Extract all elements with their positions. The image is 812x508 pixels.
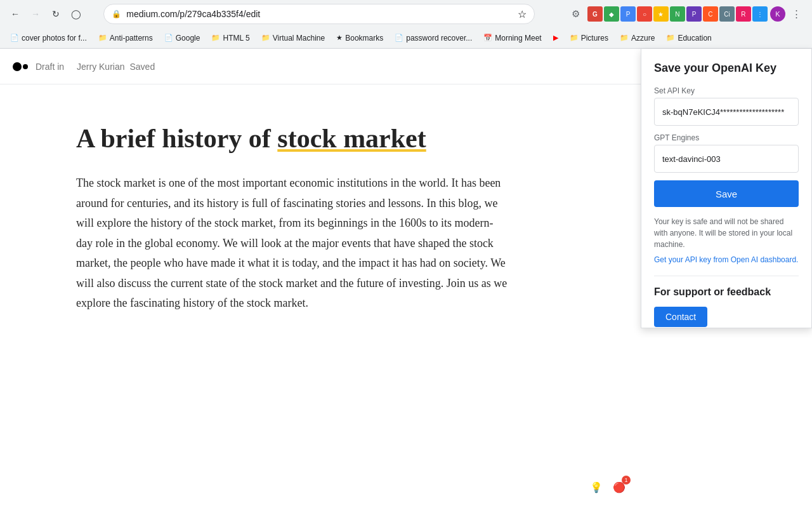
bookmark-google[interactable]: 📄 Google [159, 32, 206, 44]
menu-button[interactable]: ⋮ [788, 5, 806, 23]
bookmark-bookmarks[interactable]: ★ Bookmarks [331, 32, 388, 44]
ext-icon-3[interactable]: P [620, 6, 636, 22]
bookmark-star-icon[interactable]: ☆ [518, 8, 527, 20]
forward-button[interactable]: → [27, 5, 44, 23]
folder-icon-2: 📁 [211, 34, 220, 42]
reload-button[interactable]: ↻ [47, 5, 65, 23]
page-icon: 📄 [10, 34, 19, 42]
title-part1: A brief history of [76, 124, 277, 153]
folder-icon-4: 📁 [570, 34, 579, 42]
bookmarks-bar: 📄 cover photos for f... 📁 Anti-patterns … [0, 28, 812, 48]
browser-chrome: ← → ↻ ◯ 🔒 medium.com/p/279ca4b335f4/edit… [0, 0, 812, 49]
gpt-engines-group: GPT Engines [654, 133, 799, 173]
bottom-icon-2[interactable]: 🔴 1 [610, 478, 628, 496]
bookmark-azzure[interactable]: 📁 Azzure [615, 32, 660, 44]
api-key-input[interactable] [654, 98, 799, 126]
openai-key-popup: Save your OpenAI Key Set API Key GPT Eng… [641, 49, 812, 328]
browser-toolbar: ← → ↻ ◯ 🔒 medium.com/p/279ca4b335f4/edit… [0, 0, 812, 28]
bookmark-cover-photos[interactable]: 📄 cover photos for f... [5, 32, 92, 44]
extension-icons: G ◆ P ○ ★ N P C Ci R ⋮ [587, 6, 768, 22]
article-title: A brief history of stock market [76, 123, 508, 154]
ext-icon-4[interactable]: ○ [637, 6, 652, 22]
medium-logo-shape [13, 62, 28, 71]
star-icon: ★ [336, 34, 343, 42]
save-api-key-button[interactable]: Save [654, 180, 799, 207]
logo-circle-large [13, 62, 22, 71]
draft-info: Draft in Jerry Kurian Saved [36, 62, 155, 72]
author-name: Jerry Kurian [77, 62, 124, 72]
ext-icon-8[interactable]: C [703, 6, 718, 22]
youtube-icon: ▶ [553, 34, 558, 42]
url-text: medium.com/p/279ca4b335f4/edit [126, 9, 513, 19]
nav-buttons: ← → ↻ ◯ [6, 5, 85, 23]
title-highlight: stock market [277, 124, 426, 153]
api-link[interactable]: Get your API key from Open AI dashboard. [654, 255, 799, 264]
ext-icon-11[interactable]: ⋮ [752, 6, 768, 22]
back-button[interactable]: ← [6, 5, 24, 23]
home-button[interactable]: ◯ [67, 5, 85, 23]
article-body: The stock market is one of the most impo… [76, 173, 508, 314]
saved-status: Saved [129, 62, 155, 72]
medium-logo: Draft in Jerry Kurian Saved [13, 62, 155, 72]
meet-icon: 📅 [483, 34, 492, 42]
notification-badge: 1 [622, 476, 631, 485]
section-divider [654, 276, 799, 276]
bookmark-password[interactable]: 📄 password recover... [390, 32, 477, 44]
profile-button[interactable]: K [770, 6, 785, 22]
browser-icons: ⚙ G ◆ P ○ ★ N P C Ci R ⋮ K ⋮ [567, 5, 806, 23]
bookmark-morning-meet[interactable]: 📅 Morning Meet [478, 32, 546, 44]
lock-icon: 🔒 [112, 10, 121, 18]
folder-icon: 📁 [98, 34, 107, 42]
popup-title: Save your OpenAI Key [654, 62, 799, 75]
folder-icon-5: 📁 [620, 34, 629, 42]
extensions-button[interactable]: ⚙ [567, 5, 585, 23]
folder-icon-3: 📁 [261, 34, 270, 42]
page-icon-2: 📄 [164, 34, 173, 42]
bookmark-virtual-machine[interactable]: 📁 Virtual Machine [256, 32, 331, 44]
editor-area[interactable]: + A brief history of stock market The st… [0, 84, 558, 352]
folder-icon-6: 📁 [666, 34, 675, 42]
ext-icon-6[interactable]: N [670, 6, 685, 22]
safety-text: Your key is safe and will not be shared … [654, 216, 799, 250]
logo-circle-small [23, 64, 28, 69]
bookmark-education[interactable]: 📁 Education [661, 32, 716, 44]
api-key-label: Set API Key [654, 86, 799, 95]
page-content: Draft in Jerry Kurian Saved J + A brief … [0, 49, 812, 508]
ext-gmail-icon[interactable]: G [587, 6, 603, 22]
page-icon-3: 📄 [395, 34, 403, 42]
ext-icon-2[interactable]: ◆ [604, 6, 619, 22]
ext-icon-5[interactable]: ★ [653, 6, 669, 22]
bottom-icon-1[interactable]: 💡 [587, 478, 605, 496]
bookmark-pictures[interactable]: 📁 Pictures [565, 32, 613, 44]
gpt-engines-input[interactable] [654, 145, 799, 173]
support-title: For support or feedback [654, 286, 799, 298]
ext-icon-10[interactable]: R [736, 6, 751, 22]
bottom-icons: 💡 🔴 1 [587, 478, 628, 496]
api-key-group: Set API Key [654, 86, 799, 126]
contact-button[interactable]: Contact [654, 307, 707, 327]
gpt-engines-label: GPT Engines [654, 133, 799, 142]
bookmark-anti-patterns[interactable]: 📁 Anti-patterns [93, 32, 158, 44]
address-bar[interactable]: 🔒 medium.com/p/279ca4b335f4/edit ☆ [103, 4, 535, 24]
ext-icon-9[interactable]: Ci [719, 6, 735, 22]
draft-label-text: Draft in [36, 62, 64, 72]
bookmark-youtube[interactable]: ▶ [548, 32, 563, 44]
ext-icon-7[interactable]: P [686, 6, 702, 22]
bookmark-html5[interactable]: 📁 HTML 5 [206, 32, 254, 44]
